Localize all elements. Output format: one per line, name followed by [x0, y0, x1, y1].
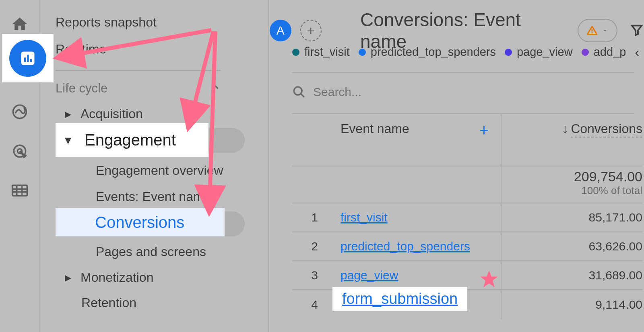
nav-acquisition[interactable]: ▸ Acquisition: [56, 101, 241, 126]
ads-icon[interactable]: [8, 139, 32, 163]
legend-item[interactable]: first_visit: [292, 45, 350, 59]
nav-engagement[interactable]: ▾ Engagement: [56, 126, 241, 158]
table-summary-row: 209,754.00 100% of total: [292, 166, 642, 203]
caret-down-icon: ▾: [64, 132, 72, 148]
nav-realtime[interactable]: Realtime: [56, 36, 268, 63]
legend-label: page_view: [517, 45, 573, 59]
nav-conversions[interactable]: Conversions: [56, 210, 241, 239]
svg-line-15: [301, 94, 304, 97]
home-icon[interactable]: [8, 12, 32, 36]
conversions-table: Event name + ↓Conversions 209,754.00 100…: [292, 114, 642, 319]
nav-events[interactable]: Events: Event name: [56, 184, 268, 210]
explore-icon[interactable]: [8, 100, 32, 124]
row-index: 2: [292, 240, 341, 253]
reports-icon-active[interactable]: [2, 34, 54, 82]
legend-item[interactable]: predicted_top_spenders: [359, 45, 496, 59]
legend-label: first_visit: [304, 45, 350, 59]
sort-down-icon: ↓: [562, 121, 568, 136]
legend-label: add_p: [594, 45, 626, 59]
section-lifecycle[interactable]: Life cycle: [56, 78, 221, 100]
caret-right-icon: ▸: [64, 106, 72, 121]
row-value: 31,689.00: [502, 268, 642, 282]
row-index: 3: [292, 268, 341, 282]
nav-engagement-overview[interactable]: Engagement overview: [56, 158, 268, 184]
event-link[interactable]: first_visit: [341, 211, 388, 224]
svg-point-13: [592, 32, 593, 33]
legend-prev-icon[interactable]: ‹: [635, 44, 639, 60]
nav-label: Engagement: [85, 131, 176, 149]
caret-right-icon: ▸: [64, 270, 72, 285]
search-input[interactable]: [313, 85, 434, 99]
add-dimension-button[interactable]: +: [479, 121, 489, 139]
row-value: 85,171.00: [502, 211, 642, 224]
legend-item[interactable]: add_p: [582, 45, 626, 59]
col-label: Conversions: [571, 121, 642, 137]
total-value: 209,754.00: [502, 169, 642, 184]
table-row: 3 page_view 31,689.00: [292, 261, 642, 290]
caret-down-icon: [602, 27, 608, 34]
event-link[interactable]: page_view: [341, 268, 398, 282]
row-value: 9,114.00: [502, 298, 642, 312]
nav-label: Monetization: [80, 270, 153, 285]
main-content: A + Conversions: Event name first_visit …: [270, 0, 644, 332]
col-label: Event name: [341, 121, 409, 136]
insights-alert-button[interactable]: [578, 19, 617, 42]
row-value: 63,626.00: [502, 240, 642, 253]
col-header-conversions[interactable]: ↓Conversions: [502, 114, 642, 166]
add-segment-button[interactable]: +: [300, 20, 322, 41]
table-search[interactable]: [292, 85, 434, 99]
event-link[interactable]: form_submission: [342, 290, 458, 307]
svg-rect-10: [27, 55, 29, 62]
legend-item[interactable]: page_view: [505, 45, 573, 59]
report-nav-sidebar: Reports snapshot Realtime Life cycle ▸ A…: [39, 0, 269, 332]
library-icon[interactable]: [8, 178, 32, 203]
alert-triangle-icon: [586, 25, 598, 36]
chevron-up-icon: [210, 81, 221, 96]
divider: [292, 72, 634, 73]
nav-label: Conversions: [95, 213, 184, 232]
svg-rect-3: [12, 185, 27, 196]
nav-reports-snapshot[interactable]: Reports snapshot: [56, 9, 268, 36]
section-label: Life cycle: [56, 81, 107, 96]
divider: [56, 70, 221, 71]
segment-chip[interactable]: A: [270, 20, 291, 41]
legend-label: predicted_top_spenders: [371, 45, 496, 59]
filter-icon[interactable]: [630, 23, 644, 39]
nav-pages-screens[interactable]: Pages and screens: [56, 239, 268, 265]
chart-legend: first_visit predicted_top_spenders page_…: [292, 44, 642, 68]
table-header-row: Event name + ↓Conversions: [292, 114, 642, 166]
search-icon: [292, 85, 306, 99]
event-link[interactable]: predicted_top_spenders: [341, 240, 470, 253]
svg-rect-11: [30, 59, 32, 62]
nav-retention[interactable]: Retention: [56, 290, 268, 316]
nav-label: Acquisition: [80, 107, 143, 121]
nav-monetization[interactable]: ▸ Monetization: [56, 265, 241, 290]
table-row: 2 predicted_top_spenders 63,626.00: [292, 232, 642, 261]
svg-point-14: [294, 87, 302, 95]
table-row: 4 form_submission 9,114.00: [292, 290, 642, 319]
svg-rect-9: [24, 57, 26, 62]
row-index: 1: [292, 211, 341, 224]
table-row: 1 first_visit 85,171.00: [292, 203, 642, 232]
col-header-event-name[interactable]: Event name +: [292, 114, 502, 166]
total-percent: 100% of total: [581, 184, 642, 197]
